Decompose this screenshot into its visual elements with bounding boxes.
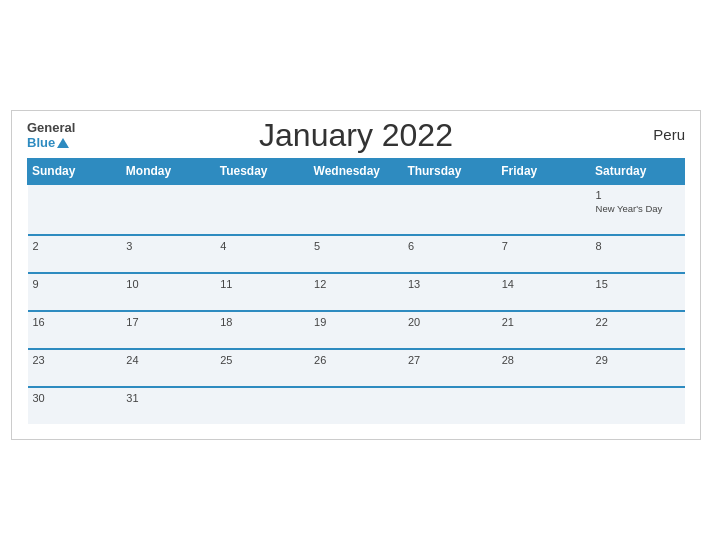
day-number: 22: [596, 316, 680, 328]
table-row: 3: [121, 235, 215, 273]
table-row: 26: [309, 349, 403, 387]
col-monday: Monday: [121, 158, 215, 184]
day-number: 10: [126, 278, 210, 290]
calendar-header: General Blue January 2022 Peru: [27, 121, 685, 150]
table-row: 29: [591, 349, 685, 387]
table-row: 8: [591, 235, 685, 273]
col-saturday: Saturday: [591, 158, 685, 184]
table-row: 11: [215, 273, 309, 311]
day-number: 24: [126, 354, 210, 366]
day-number: 11: [220, 278, 304, 290]
day-number: 30: [33, 392, 117, 404]
table-row: 1New Year's Day: [591, 184, 685, 235]
table-row: [121, 184, 215, 235]
table-row: 28: [497, 349, 591, 387]
col-wednesday: Wednesday: [309, 158, 403, 184]
day-number: 9: [33, 278, 117, 290]
day-number: 12: [314, 278, 398, 290]
day-number: 17: [126, 316, 210, 328]
table-row: [497, 184, 591, 235]
day-number: 20: [408, 316, 492, 328]
col-thursday: Thursday: [403, 158, 497, 184]
table-row: 22: [591, 311, 685, 349]
logo-general-text: General: [27, 121, 75, 135]
country-label: Peru: [653, 126, 685, 143]
table-row: [497, 387, 591, 424]
table-row: 23: [28, 349, 122, 387]
table-row: 17: [121, 311, 215, 349]
col-sunday: Sunday: [28, 158, 122, 184]
day-number: 16: [33, 316, 117, 328]
table-row: 15: [591, 273, 685, 311]
table-row: 31: [121, 387, 215, 424]
table-row: 25: [215, 349, 309, 387]
table-row: 20: [403, 311, 497, 349]
table-row: 19: [309, 311, 403, 349]
day-number: 28: [502, 354, 586, 366]
day-number: 26: [314, 354, 398, 366]
day-number: 29: [596, 354, 680, 366]
day-number: 21: [502, 316, 586, 328]
table-row: [403, 184, 497, 235]
logo-row: Blue: [27, 136, 69, 150]
table-row: 30: [28, 387, 122, 424]
table-row: [591, 387, 685, 424]
table-row: [309, 184, 403, 235]
table-row: 7: [497, 235, 591, 273]
day-number: 14: [502, 278, 586, 290]
day-number: 8: [596, 240, 680, 252]
table-row: 5: [309, 235, 403, 273]
day-number: 3: [126, 240, 210, 252]
day-number: 27: [408, 354, 492, 366]
calendar-title: January 2022: [259, 117, 453, 154]
col-friday: Friday: [497, 158, 591, 184]
table-row: 9: [28, 273, 122, 311]
day-number: 4: [220, 240, 304, 252]
day-number: 18: [220, 316, 304, 328]
table-row: 12: [309, 273, 403, 311]
day-number: 1: [596, 189, 680, 201]
logo: General Blue: [27, 121, 75, 150]
day-number: 5: [314, 240, 398, 252]
day-number: 6: [408, 240, 492, 252]
table-row: 13: [403, 273, 497, 311]
calendar-header-row: Sunday Monday Tuesday Wednesday Thursday…: [28, 158, 685, 184]
holiday-label: New Year's Day: [596, 203, 680, 214]
day-number: 7: [502, 240, 586, 252]
day-number: 15: [596, 278, 680, 290]
table-row: [28, 184, 122, 235]
day-number: 13: [408, 278, 492, 290]
day-number: 2: [33, 240, 117, 252]
day-number: 19: [314, 316, 398, 328]
table-row: 10: [121, 273, 215, 311]
table-row: 27: [403, 349, 497, 387]
table-row: 21: [497, 311, 591, 349]
day-number: 25: [220, 354, 304, 366]
logo-triangle-icon: [57, 138, 69, 148]
table-row: [215, 387, 309, 424]
col-tuesday: Tuesday: [215, 158, 309, 184]
calendar-container: General Blue January 2022 Peru Sunday Mo…: [11, 110, 701, 440]
day-number: 23: [33, 354, 117, 366]
table-row: 24: [121, 349, 215, 387]
calendar-body: 1New Year's Day2345678910111213141516171…: [28, 184, 685, 424]
calendar-table: Sunday Monday Tuesday Wednesday Thursday…: [27, 158, 685, 424]
table-row: 2: [28, 235, 122, 273]
table-row: 14: [497, 273, 591, 311]
day-number: 31: [126, 392, 210, 404]
table-row: 16: [28, 311, 122, 349]
table-row: 18: [215, 311, 309, 349]
table-row: 4: [215, 235, 309, 273]
table-row: [309, 387, 403, 424]
table-row: [215, 184, 309, 235]
table-row: 6: [403, 235, 497, 273]
logo-blue-text: Blue: [27, 136, 55, 150]
table-row: [403, 387, 497, 424]
